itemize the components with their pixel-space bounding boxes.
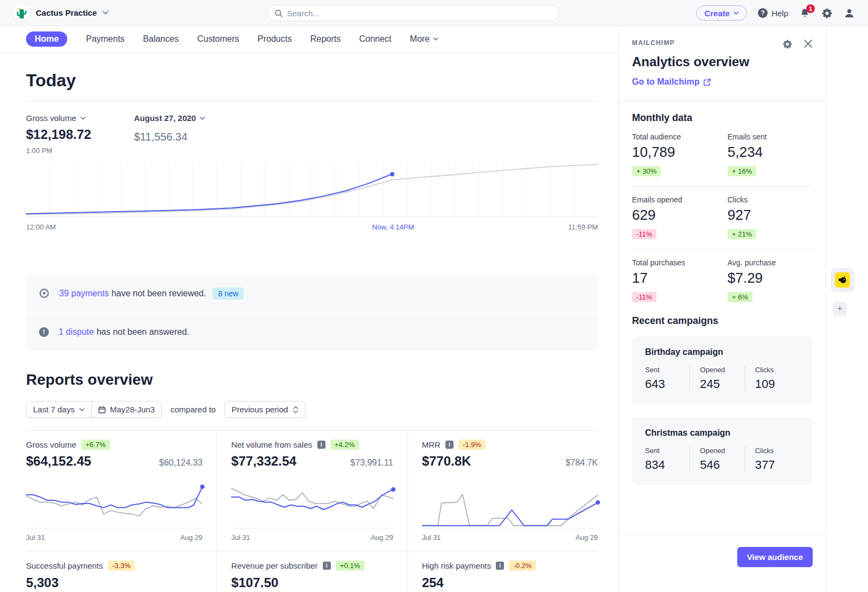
alert-text: have not been reviewed.	[112, 289, 206, 298]
chevron-down-icon	[103, 11, 108, 15]
change-badge: +0.1%	[336, 561, 365, 571]
panel-settings-gear-icon[interactable]	[782, 39, 793, 49]
external-link-icon	[703, 78, 711, 86]
org-switcher[interactable]: Cactus Practice	[13, 4, 108, 22]
nav-tab-balances[interactable]: Balances	[143, 34, 179, 44]
question-mark-icon: ?	[758, 8, 768, 18]
campaign-stat-clicks: Clicks 377	[745, 447, 800, 472]
x-tick-end: Aug 29	[371, 533, 393, 542]
range-preset-button[interactable]: Last 7 days	[27, 402, 91, 417]
change-badge: + 6%	[727, 292, 752, 302]
divider	[217, 551, 407, 551]
user-avatar-icon[interactable]	[844, 8, 855, 19]
nav-tab-products[interactable]: Products	[258, 34, 292, 44]
nav-tab-payments[interactable]: Payments	[86, 34, 124, 44]
info-icon[interactable]: i	[445, 441, 454, 449]
create-button[interactable]: Create	[696, 5, 747, 21]
campaign-stat-sent: Sent 834	[645, 447, 690, 472]
date-range-button[interactable]: May28-Jun3	[91, 402, 162, 417]
divider	[26, 101, 598, 101]
metric-compare-value: $73,991.11	[350, 458, 393, 468]
payments-review-alert: 39 paymentshave not been reviewed.8 new	[26, 274, 598, 313]
compare-date-value: $11,556.34	[134, 131, 188, 143]
campaign-card-birthday: Birthday campaign Sent 643 Opened 245 Cl…	[632, 336, 813, 404]
alert-text: has not been answered.	[97, 327, 189, 336]
campaign-stat-sent: Sent 643	[645, 366, 690, 391]
reports-overview-title: Reports overview	[26, 371, 152, 389]
chevron-down-icon	[433, 37, 438, 41]
chart-end-dot	[200, 485, 205, 489]
dispute-alert: ! 1 disputehas not been answered.	[26, 313, 598, 350]
cactus-logo-icon	[13, 4, 30, 22]
chevron-down-icon	[733, 11, 739, 15]
change-badge: -11%	[632, 229, 656, 239]
campaign-stat-clicks: Clicks 109	[745, 366, 800, 391]
report-card-gross-volume: Gross volume +6.7% $64,152.45 $60,124.33…	[26, 431, 216, 592]
compare-date-select[interactable]: August 27, 2020	[134, 113, 205, 123]
gross-volume-metric-select[interactable]: Gross volume	[26, 113, 86, 123]
report-card-net-volume: Net volume from sales i +4.2% $77,332.54…	[216, 431, 407, 592]
info-icon[interactable]: i	[317, 441, 326, 449]
metric-label: Revenue per subscriber	[231, 561, 317, 570]
campaign-stat-opened: Opened 245	[690, 366, 744, 391]
metric-label: MRR	[422, 440, 441, 449]
change-badge: + 21%	[727, 229, 756, 239]
x-tick-end: 11:59 PM	[568, 223, 598, 231]
stat-emails-opened: Emails opened 629 -11%	[632, 195, 727, 239]
panel-title: Analytics overview	[632, 54, 813, 69]
report-cards-grid: Gross volume +6.7% $64,152.45 $60,124.33…	[26, 430, 598, 592]
metric-value: $77,332.54	[231, 454, 296, 469]
go-to-mailchimp-link[interactable]: Go to Mailchimp	[632, 77, 711, 87]
divider	[408, 551, 598, 551]
alerts-list: 39 paymentshave not been reviewed.8 new …	[26, 274, 598, 350]
dispute-link[interactable]: 1 dispute	[59, 327, 94, 336]
metric-label: High risk payments	[422, 561, 492, 570]
x-tick-start: 12:00 AM	[26, 223, 56, 231]
change-badge: +6.7%	[81, 440, 110, 450]
change-badge: + 16%	[727, 166, 756, 176]
page-title: Today	[26, 71, 76, 91]
search-icon	[275, 9, 283, 17]
chevron-down-icon	[80, 117, 86, 120]
info-icon[interactable]: i	[496, 562, 504, 570]
search-input[interactable]	[287, 9, 551, 18]
comparison-period-select[interactable]: Previous period	[225, 401, 305, 418]
chart-end-dot	[391, 487, 395, 492]
nav-tab-connect[interactable]: Connect	[359, 34, 392, 44]
nav-tab-home[interactable]: Home	[26, 31, 67, 47]
gross-volume-mini-chart	[26, 482, 202, 529]
alert-exclamation-icon: !	[39, 327, 49, 337]
add-app-button[interactable]: +	[833, 302, 847, 316]
calendar-icon	[98, 406, 106, 413]
mailchimp-app-icon[interactable]	[831, 268, 854, 292]
change-badge: -11%	[632, 292, 656, 302]
global-search[interactable]	[267, 5, 559, 21]
gross-volume-value: $12,198.72	[26, 127, 91, 142]
panel-close-icon[interactable]	[803, 39, 813, 49]
nav-tab-reports[interactable]: Reports	[310, 34, 341, 44]
help-button[interactable]: ? Help	[758, 8, 788, 18]
mailchimp-app-panel: MAILCHIMP Analytics overview Go to Mailc…	[618, 26, 826, 592]
nav-tab-more[interactable]: More	[410, 34, 438, 44]
compared-to-label: compared to	[170, 405, 215, 414]
nav-tab-customers[interactable]: Customers	[197, 34, 239, 44]
main-nav: Home Payments Balances Customers Product…	[0, 26, 618, 53]
metric-value: $64,152.45	[26, 454, 91, 469]
monthly-stats: Total audience 10,789 + 30% Emails sent …	[632, 124, 813, 312]
stat-total-purchases: Total purchases 17 -11%	[632, 258, 727, 302]
x-tick-end: Aug 29	[576, 533, 598, 542]
view-audience-button[interactable]: View audience	[737, 547, 813, 567]
chart-end-dot	[596, 500, 600, 505]
info-icon[interactable]: i	[323, 562, 331, 570]
new-count-badge: 8 new	[213, 288, 244, 300]
payments-link[interactable]: 39 payments	[59, 289, 109, 298]
metric-label: Net volume from sales	[231, 440, 312, 449]
change-badge: +4.2%	[330, 440, 359, 450]
metric-value: 254	[422, 575, 598, 590]
notifications-bell-icon[interactable]: 1	[799, 8, 810, 19]
metric-value: $107.50	[231, 575, 393, 590]
stat-emails-sent: Emails sent 5,234 + 16%	[727, 132, 813, 176]
settings-gear-icon[interactable]	[821, 8, 833, 19]
metric-compare-value: $784.7K	[565, 458, 598, 468]
metric-compare-value: $60,124.33	[159, 458, 202, 468]
